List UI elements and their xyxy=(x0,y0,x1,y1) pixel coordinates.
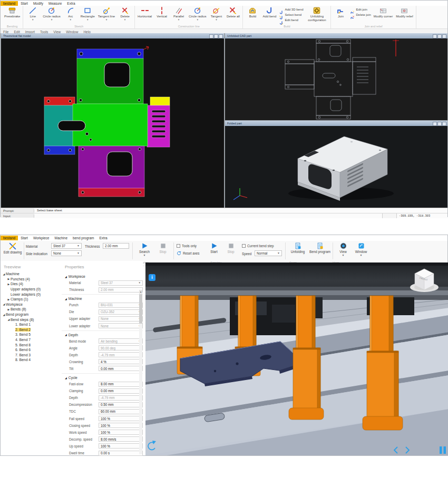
tree-collapsed-icon[interactable]: ▶ xyxy=(7,283,11,286)
arc-button[interactable]: Arc▾ xyxy=(62,6,79,21)
depth-input[interactable]: -4.79 mm xyxy=(99,395,143,401)
section-header-workpiece[interactable]: ◢Workpiece xyxy=(62,274,143,279)
tree-item-upper-adapters-0[interactable]: Upper adapters (0) xyxy=(1,287,62,292)
tree-expanded-icon[interactable]: ◢ xyxy=(2,313,6,316)
delete-all-button[interactable]: Delete all xyxy=(225,6,241,19)
depth-input[interactable]: -4.79 mm xyxy=(99,352,143,357)
rectangle-button[interactable]: Rectangle▾ xyxy=(79,6,96,21)
menu-bend-program[interactable]: bend program xyxy=(70,236,96,240)
restore-icon[interactable] xyxy=(437,122,442,126)
tree-item-7-bend-3[interactable]: 7. Bend 3 xyxy=(1,353,62,358)
menu-extra[interactable]: Extra xyxy=(97,236,110,240)
minimize-icon[interactable] xyxy=(433,122,437,126)
tangent-button[interactable]: Tangent▾ xyxy=(208,6,225,21)
input-field[interactable] xyxy=(34,213,382,218)
side-indication-select[interactable]: None▼ xyxy=(51,250,82,256)
lower-adapter-select[interactable]: None▼ xyxy=(99,323,143,328)
close-icon[interactable] xyxy=(442,122,446,126)
menu-start[interactable]: Start xyxy=(18,1,31,6)
tree-expanded-icon[interactable]: ◢ xyxy=(2,272,6,276)
join-button[interactable]: Join xyxy=(332,6,349,19)
work-speed-input[interactable]: 100 % xyxy=(99,430,143,435)
circle-radius-button[interactable]: Circle radius▾ xyxy=(187,6,208,21)
menu-start[interactable]: Start xyxy=(18,236,31,240)
delete-button[interactable]: Delete▾ xyxy=(116,6,133,21)
menu-extra[interactable]: Extra xyxy=(64,1,77,6)
tangent-line-button[interactable]: Tangent line▾ xyxy=(96,6,116,21)
flat-pattern-viewport-titlebar[interactable]: Theoretical flat model xyxy=(1,33,224,38)
modify-relief-button[interactable]: Modify relief xyxy=(394,6,414,19)
tree-item-bends-8[interactable]: ▶Bends (8) xyxy=(1,307,62,312)
close-icon[interactable] xyxy=(442,34,446,38)
start-button[interactable]: Start xyxy=(207,242,221,254)
tree-item-lower-adapters-0[interactable]: Lower adapters (0) xyxy=(1,291,62,297)
flat-pattern-canvas[interactable] xyxy=(1,38,224,208)
tree-collapsed-icon[interactable]: ▶ xyxy=(7,308,11,311)
tdc-input[interactable]: 60.00 mm xyxy=(99,409,143,414)
build-button[interactable]: Build xyxy=(244,6,261,19)
simulation-viewport[interactable]: i FRONT xyxy=(145,262,448,455)
angle-input[interactable]: 90.00 deg xyxy=(99,345,143,351)
punch-select[interactable]: BIU-031▼ xyxy=(99,303,143,308)
modify-corner-button[interactable]: Modify corner xyxy=(372,6,394,19)
viewport-window-buttons[interactable] xyxy=(433,122,446,126)
tree-item-punches-4[interactable]: ▶Punches (4) xyxy=(1,277,62,282)
tilt-input[interactable]: 0.00 mm xyxy=(99,366,143,371)
delete-join-button[interactable]: Delete join xyxy=(350,12,371,17)
horizontal-button[interactable]: Horizontal xyxy=(136,6,153,19)
menu-machine[interactable]: Machine xyxy=(52,236,70,240)
material-select[interactable]: Steel 37▼ xyxy=(99,280,143,286)
bend-program-button[interactable]: Bend program xyxy=(309,242,330,254)
decomp-speed-input[interactable]: 8.00 mm/s xyxy=(99,436,143,442)
decompression-input[interactable]: 0.50 mm xyxy=(99,402,143,407)
info-icon[interactable]: i xyxy=(149,274,155,281)
tree-item-5-bend-8[interactable]: 5. Bend 8 xyxy=(1,342,62,347)
vertical-button[interactable]: Vertical xyxy=(153,6,170,19)
closing-speed-input[interactable]: 100 % xyxy=(99,423,143,428)
pressbrake-button[interactable]: Pressbrake xyxy=(3,6,22,19)
menu-modify[interactable]: Modify xyxy=(31,1,46,6)
section-header-depth[interactable]: ◢Depth xyxy=(62,332,143,338)
properties-scrollbar[interactable]: ▲ xyxy=(139,290,142,454)
clamping-input[interactable]: 0.00 mm xyxy=(99,388,143,394)
section-header-cycle[interactable]: ◢Cycle xyxy=(62,375,143,381)
upper-adapter-select[interactable]: None▼ xyxy=(99,316,143,322)
fall-speed-input[interactable]: 100 % xyxy=(99,416,143,421)
unfolded-wireframe-viewport[interactable]: Unfolded CAD part xyxy=(225,33,447,120)
unfolded-wireframe-canvas[interactable] xyxy=(225,38,447,120)
tree-expanded-icon[interactable]: ◢ xyxy=(2,303,6,306)
folded-part-canvas[interactable] xyxy=(225,126,447,208)
tree-item-clamps-1[interactable]: ▶Clamps (1) xyxy=(1,297,62,302)
tree-item-6-bend-6[interactable]: 6. Bend 6 xyxy=(1,347,62,353)
tree-collapsed-icon[interactable]: ▶ xyxy=(7,298,11,301)
die-select[interactable]: OZU-352▼ xyxy=(99,309,143,315)
viewport-window-buttons[interactable] xyxy=(209,34,223,38)
tree-item-8-bend-4[interactable]: 8. Bend 4 xyxy=(1,357,62,363)
minimize-icon[interactable] xyxy=(433,34,437,38)
edit-join-button[interactable]: Edit join xyxy=(350,7,371,12)
tree-item-4-bend-7[interactable]: 4. Bend 7 xyxy=(1,337,62,343)
tree-item-bend-program[interactable]: ◢Bend program xyxy=(1,312,62,317)
viewport-window-buttons[interactable] xyxy=(433,34,446,38)
search-button[interactable]: Search▼ xyxy=(135,242,153,257)
tree-item-machine[interactable]: ◢Machine xyxy=(1,271,62,277)
tree-item-1-bend-1[interactable]: 1. Bend 1 xyxy=(1,322,62,327)
fast-slow-input[interactable]: 8.00 mm xyxy=(99,382,143,387)
close-icon[interactable] xyxy=(219,34,223,38)
tree-item-3-bend-5[interactable]: 3. Bend 5 xyxy=(1,332,62,337)
view-button[interactable]: View▼ xyxy=(336,242,350,257)
window-button[interactable]: Window▼ xyxy=(353,242,369,257)
tree-collapsed-icon[interactable]: ▶ xyxy=(7,277,11,280)
add-bend-button[interactable]: Add bend xyxy=(261,6,278,19)
line-button[interactable]: Line▾ xyxy=(24,6,41,21)
tree-expanded-icon[interactable]: ◢ xyxy=(7,318,11,321)
minimize-icon[interactable] xyxy=(209,34,213,38)
current-bend-step-checkbox[interactable]: Current bend step xyxy=(242,244,274,248)
add-3d-bend-button[interactable]: Add 3D bend xyxy=(279,7,303,12)
stop-button[interactable]: Stop xyxy=(224,242,238,254)
menu-measure[interactable]: Measure xyxy=(46,1,64,6)
reset-axes-button[interactable]: Reset axes xyxy=(177,251,200,256)
unfolded-wireframe-titlebar[interactable]: Unfolded CAD part xyxy=(225,33,447,38)
folded-part-titlebar[interactable]: Folded part xyxy=(225,121,447,126)
scrollbar-thumb[interactable] xyxy=(139,294,142,324)
